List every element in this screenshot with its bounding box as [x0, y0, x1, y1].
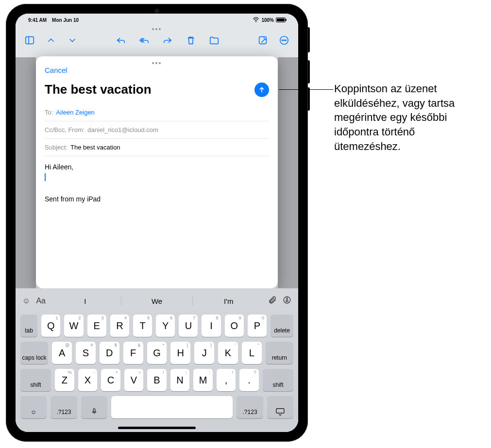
- signature: Sent from my iPad: [45, 194, 269, 204]
- key-v[interactable]: V=: [124, 369, 144, 391]
- key-sub: 0: [262, 315, 264, 320]
- callout-text: Koppintson az üzenet elküldéséhez, vagy …: [334, 82, 480, 153]
- key-x[interactable]: X-: [78, 369, 98, 391]
- send-button[interactable]: [254, 83, 269, 97]
- attach-icon[interactable]: [268, 296, 277, 306]
- suggestion-1[interactable]: I: [50, 297, 121, 305]
- format-text-button[interactable]: Aa: [36, 297, 46, 305]
- key-numsym-left[interactable]: .?123: [51, 396, 77, 418]
- key-.[interactable]: .?: [239, 369, 259, 391]
- ipad-frame: 9:41 AM Mon Jun 10 100% •••: [6, 4, 308, 442]
- key-n[interactable]: N;: [170, 369, 190, 391]
- key-sub: 6: [170, 315, 172, 320]
- key-row-4: ☺︎ .?123 .?123: [18, 396, 295, 418]
- key-shift-right[interactable]: shift: [263, 369, 293, 391]
- compose-title: The best vacation: [45, 82, 152, 97]
- key-e[interactable]: E3: [87, 315, 106, 337]
- svg-rect-1: [26, 37, 34, 44]
- key-a[interactable]: A@: [52, 342, 72, 364]
- to-label: To:: [45, 109, 53, 116]
- subject-value: The best vacation: [70, 144, 120, 151]
- reply-icon[interactable]: [116, 35, 126, 46]
- key-y[interactable]: Y6: [156, 315, 175, 337]
- key-emoji[interactable]: ☺︎: [20, 396, 47, 418]
- key-sub: (: [186, 343, 188, 348]
- key-q[interactable]: Q1: [41, 315, 60, 337]
- key-sub: &: [138, 343, 141, 348]
- key-hide-keyboard-icon[interactable]: [267, 396, 293, 418]
- key-row-2: caps lock A@S#D$F&G*H(J)K'L" return: [18, 342, 295, 364]
- sidebar-toggle-icon[interactable]: [24, 35, 35, 46]
- key-k[interactable]: K': [218, 342, 238, 364]
- key-r[interactable]: R4: [110, 315, 129, 337]
- key-sub: 1: [55, 315, 58, 320]
- status-right: 100%: [253, 17, 286, 23]
- cancel-button[interactable]: Cancel: [45, 66, 269, 74]
- key-tab[interactable]: tab: [20, 315, 37, 337]
- subject-field-row[interactable]: Subject: The best vacation: [45, 139, 269, 156]
- multitask-dots-icon[interactable]: •••: [152, 25, 162, 33]
- to-field-row[interactable]: To: Aileen Zeigen: [45, 104, 269, 121]
- key-numsym-right[interactable]: .?123: [237, 396, 263, 418]
- key-sub: -: [93, 370, 95, 375]
- message-body[interactable]: Hi Aileen, Sent from my iPad: [45, 156, 269, 282]
- key-m[interactable]: M:: [193, 369, 213, 391]
- key-shift-left[interactable]: shift: [20, 369, 51, 391]
- emoji-picker-icon[interactable]: ☺︎: [22, 297, 30, 305]
- key-t[interactable]: T5: [133, 315, 152, 337]
- key-space[interactable]: [111, 396, 233, 418]
- key-d[interactable]: D$: [100, 342, 119, 364]
- key-sub: :: [209, 370, 210, 375]
- key-sub: *: [163, 343, 165, 348]
- suggestion-bar: ☺︎ Aa I We I'm: [18, 291, 295, 311]
- key-o[interactable]: O9: [225, 315, 244, 337]
- key-sub: ;: [186, 370, 187, 375]
- key-f[interactable]: F&: [123, 342, 143, 364]
- key-c[interactable]: C+: [101, 369, 120, 391]
- key-delete[interactable]: delete: [271, 315, 293, 337]
- forward-icon[interactable]: [162, 35, 173, 46]
- key-,[interactable]: ,!: [217, 369, 236, 391]
- trash-icon[interactable]: [186, 35, 196, 46]
- key-w[interactable]: W2: [64, 315, 83, 337]
- suggestion-2[interactable]: We: [121, 297, 193, 305]
- next-message-icon[interactable]: [67, 35, 78, 46]
- key-sub: /: [163, 370, 164, 375]
- suggestion-3[interactable]: I'm: [193, 297, 264, 305]
- key-return[interactable]: return: [266, 342, 293, 364]
- battery-icon: [276, 17, 286, 22]
- key-u[interactable]: U7: [179, 315, 198, 337]
- key-l[interactable]: L": [242, 342, 262, 364]
- key-caps-lock[interactable]: caps lock: [20, 342, 48, 364]
- more-actions-icon[interactable]: [279, 35, 289, 46]
- key-dictate-icon[interactable]: [81, 396, 107, 418]
- svg-rect-10: [93, 409, 95, 412]
- to-recipient[interactable]: Aileen Zeigen: [56, 109, 95, 116]
- status-date: Mon Jun 10: [52, 17, 79, 23]
- key-i[interactable]: I8: [202, 315, 220, 337]
- key-j[interactable]: J): [194, 342, 214, 364]
- compose-more-icon[interactable]: •••: [152, 59, 162, 67]
- markup-icon[interactable]: [283, 296, 291, 306]
- key-z[interactable]: Z%: [55, 369, 74, 391]
- home-indicator[interactable]: [118, 427, 196, 429]
- ccbcc-field-row[interactable]: Cc/Bcc, From: daniel_rico1@icloud.com: [45, 121, 269, 139]
- key-b[interactable]: B/: [147, 369, 167, 391]
- from-address: daniel_rico1@icloud.com: [87, 126, 158, 133]
- key-p[interactable]: P0: [248, 315, 267, 337]
- modal-dim-left: [16, 57, 36, 288]
- key-g[interactable]: G*: [147, 342, 167, 364]
- modal-dim-right: [278, 57, 298, 288]
- status-time: 9:41 AM: [28, 17, 47, 23]
- key-sub: 8: [216, 315, 219, 320]
- compose-new-icon[interactable]: [257, 35, 268, 46]
- key-row-3: shift Z%X-C+V=B/N;M:,!.? shift: [18, 369, 295, 391]
- key-h[interactable]: H(: [170, 342, 190, 364]
- battery-percent: 100%: [261, 17, 274, 23]
- key-row-1: tab Q1W2E3R4T5Y6U7I8O9P0 delete: [18, 315, 295, 337]
- prev-message-icon[interactable]: [46, 35, 56, 46]
- key-sub: #: [91, 343, 93, 348]
- key-s[interactable]: S#: [76, 342, 96, 364]
- reply-all-icon[interactable]: [139, 35, 150, 46]
- move-folder-icon[interactable]: [209, 35, 220, 46]
